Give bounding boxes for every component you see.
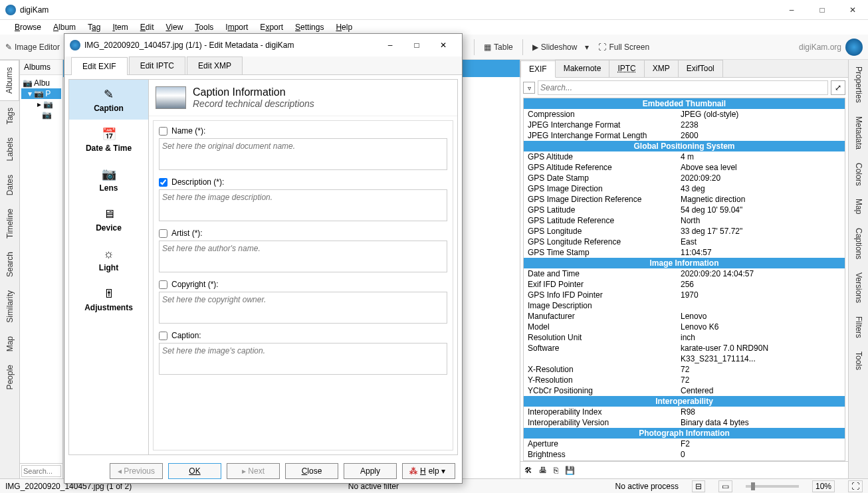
metadata-row[interactable]: YCbCr PositioningCentered: [524, 385, 845, 396]
metadata-row[interactable]: GPS Info IFD Pointer1970: [524, 290, 845, 300]
metadata-row[interactable]: Resolution Unitinch: [524, 332, 845, 343]
metadata-row[interactable]: ManufacturerLenovo: [524, 311, 845, 322]
menu-edit[interactable]: Edit: [135, 21, 160, 33]
vtab-map[interactable]: Map: [0, 330, 19, 358]
rvtab-map[interactable]: Map: [849, 192, 868, 221]
cat-lens[interactable]: 📷Lens: [69, 159, 148, 199]
metadata-row[interactable]: GPS Longitude33 deg 17' 57.72": [524, 226, 845, 237]
metadata-search-input[interactable]: [538, 80, 828, 95]
vtab-albums[interactable]: Albums: [0, 60, 19, 101]
tab-edit-iptc[interactable]: Edit IPTC: [129, 56, 185, 74]
metadata-row[interactable]: ApertureF2: [524, 439, 845, 449]
metadata-row[interactable]: Y-Resolution72: [524, 375, 845, 385]
field-checkbox[interactable]: [159, 332, 167, 340]
tab-edit-xmp[interactable]: Edit XMP: [187, 56, 243, 74]
close-button[interactable]: Close: [285, 463, 338, 479]
metadata-row[interactable]: Interoperability VersionBinary data 4 by…: [524, 417, 845, 428]
tab-iptc[interactable]: IPTC: [609, 60, 644, 77]
vtab-labels[interactable]: Labels: [0, 131, 19, 167]
album-search-input[interactable]: [21, 465, 61, 477]
metadata-row[interactable]: ModelLenovo K6: [524, 322, 845, 332]
rvtab-versions[interactable]: Versions: [849, 266, 868, 310]
menu-browse[interactable]: Browse: [9, 21, 47, 33]
metadata-row[interactable]: GPS Longitude ReferenceEast: [524, 237, 845, 247]
vtab-tags[interactable]: Tags: [0, 101, 19, 131]
rvtab-metadata[interactable]: Metadata: [849, 110, 868, 156]
filter-icon[interactable]: ▿: [523, 82, 535, 94]
field-label[interactable]: Name (*):: [159, 126, 447, 136]
rvtab-captions[interactable]: Captions: [849, 221, 868, 266]
menu-settings[interactable]: Settings: [290, 21, 329, 33]
cat-adjustments[interactable]: 🎚Adjustments: [69, 279, 148, 319]
zoom-value[interactable]: 10%: [812, 480, 835, 492]
dialog-minimize[interactable]: –: [377, 35, 403, 55]
metadata-row[interactable]: JPEG Interchange Format2238: [524, 120, 845, 130]
metadata-list[interactable]: Embedded ThumbnailCompressionJPEG (old-s…: [523, 98, 845, 461]
cat-caption[interactable]: ✎Caption: [69, 80, 148, 120]
field-label[interactable]: Caption:: [159, 331, 447, 340]
next-button[interactable]: ▸ Next: [227, 463, 280, 479]
menu-help[interactable]: Help: [330, 21, 358, 33]
tab-exif[interactable]: EXIF: [520, 60, 556, 78]
rvtab-filters[interactable]: Filters: [849, 310, 868, 345]
apply-button[interactable]: Apply: [344, 463, 397, 479]
print-icon[interactable]: 🖶: [539, 466, 547, 475]
maximize-button[interactable]: □: [807, 0, 837, 20]
menu-tools[interactable]: Tools: [189, 21, 219, 33]
metadata-row[interactable]: GPS Image Direction ReferenceMagnetic di…: [524, 194, 845, 205]
tab-exiftool[interactable]: ExifTool: [678, 60, 723, 77]
metadata-row[interactable]: GPS Time Stamp11:04:57: [524, 247, 845, 258]
metadata-row[interactable]: X-Resolution72: [524, 364, 845, 375]
menu-view[interactable]: View: [161, 21, 189, 33]
field-textarea[interactable]: [159, 343, 447, 375]
minimize-button[interactable]: –: [776, 0, 807, 20]
zoom-100[interactable]: ⛶: [848, 480, 863, 492]
tab-edit-exif[interactable]: Edit EXIF: [71, 57, 128, 75]
menu-export[interactable]: Export: [255, 21, 288, 33]
tool-icon[interactable]: 🛠: [524, 466, 532, 475]
field-checkbox[interactable]: [159, 280, 167, 289]
metadata-row[interactable]: GPS Altitude4 m: [524, 151, 845, 162]
zoom-fit[interactable]: ▭: [718, 480, 732, 492]
field-label[interactable]: Description (*):: [159, 177, 447, 187]
close-button[interactable]: ✕: [837, 0, 868, 20]
field-label[interactable]: Artist (*):: [159, 229, 447, 238]
metadata-row[interactable]: GPS Date Stamp2020:09:20: [524, 173, 845, 183]
metadata-row[interactable]: Brightness0: [524, 449, 845, 460]
metadata-row[interactable]: Date and Time2020:09:20 14:04:57: [524, 268, 845, 279]
tab-makernote[interactable]: Makernote: [555, 60, 610, 77]
metadata-row[interactable]: Interoperability IndexR98: [524, 407, 845, 417]
tool-table[interactable]: ▦ Table: [484, 43, 513, 52]
metadata-row[interactable]: GPS Image Direction43 deg: [524, 183, 845, 194]
menu-tag[interactable]: Tag: [82, 21, 106, 33]
field-textarea[interactable]: [159, 241, 447, 272]
metadata-row[interactable]: CompressionJPEG (old-style): [524, 109, 845, 120]
field-checkbox[interactable]: [159, 229, 167, 238]
field-checkbox[interactable]: [159, 178, 167, 187]
help-button[interactable]: ⁂ Help ▾: [402, 463, 455, 479]
metadata-row[interactable]: GPS Latitude54 deg 10' 59.04": [524, 205, 845, 215]
cat-device[interactable]: 🖥Device: [69, 199, 148, 239]
vtab-dates[interactable]: Dates: [0, 168, 19, 202]
metadata-row[interactable]: GPS Latitude ReferenceNorth: [524, 215, 845, 226]
dialog-close[interactable]: ✕: [430, 35, 457, 55]
cat-datetime[interactable]: 📅Date & Time: [69, 120, 148, 159]
field-checkbox[interactable]: [159, 127, 167, 136]
rvtab-tools[interactable]: Tools: [849, 345, 868, 377]
tool-image-editor[interactable]: ✎ Image Editor: [5, 43, 60, 52]
tool-fullscreen[interactable]: ⛶ Full Screen: [598, 43, 649, 52]
prev-button[interactable]: ◂ Previous: [110, 463, 163, 479]
cat-light[interactable]: ☼Light: [69, 239, 148, 279]
vtab-similarity[interactable]: Similarity: [0, 284, 19, 330]
field-label[interactable]: Copyright (*):: [159, 280, 447, 289]
menu-item[interactable]: Item: [107, 21, 133, 33]
album-tree[interactable]: 📷 Albu ▾ 📷 P ▸ 📷 📷: [20, 75, 62, 463]
metadata-row[interactable]: GPS Altitude ReferenceAbove sea level: [524, 162, 845, 173]
tab-xmp[interactable]: XMP: [644, 60, 679, 77]
tool-slideshow[interactable]: ▶ Slideshow ▾: [532, 43, 590, 52]
zoom-out[interactable]: ⊟: [692, 480, 705, 492]
field-textarea[interactable]: [159, 292, 447, 324]
vtab-search[interactable]: Search: [0, 245, 19, 284]
menu-import[interactable]: Import: [220, 21, 253, 33]
menu-album[interactable]: Album: [48, 21, 81, 33]
